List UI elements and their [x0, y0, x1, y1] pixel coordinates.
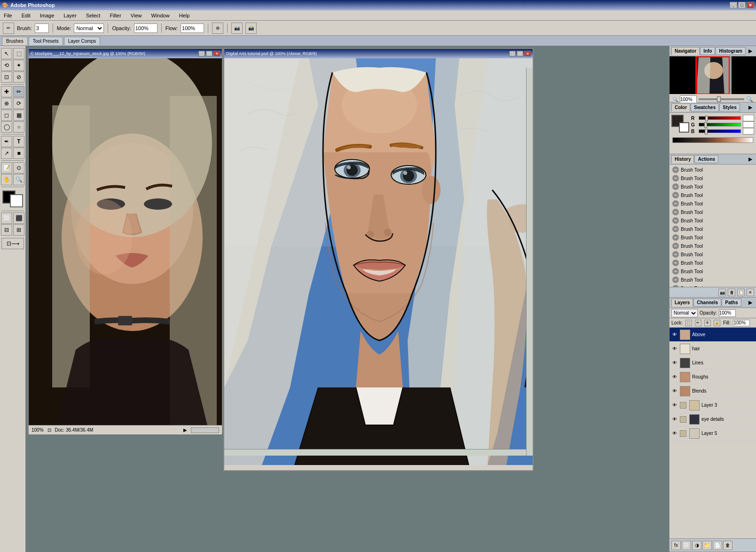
- layers-expand-btn[interactable]: ▶: [748, 300, 754, 306]
- bg-color-swatch[interactable]: [679, 122, 689, 133]
- red-value-input[interactable]: 39: [743, 115, 754, 121]
- nav-slider-thumb[interactable]: [717, 96, 721, 102]
- tab-swatches[interactable]: Swatches: [691, 103, 719, 111]
- full-screen-btn[interactable]: ⊞: [13, 224, 24, 236]
- layer-item-lines[interactable]: 👁 Lines: [669, 356, 756, 370]
- slice-tool-btn[interactable]: ⊘: [13, 71, 24, 83]
- history-item[interactable]: ✏ Brush Tool: [670, 166, 755, 174]
- history-item[interactable]: ✏ Brush Tool: [670, 216, 755, 225]
- layer-visibility-eyedetails[interactable]: 👁: [671, 416, 678, 423]
- history-new-btn[interactable]: 📷: [718, 289, 726, 296]
- tab-styles[interactable]: Styles: [719, 103, 740, 111]
- layer-adjustment-btn[interactable]: ◑: [692, 541, 701, 550]
- move-tool-btn[interactable]: ↖: [1, 48, 12, 59]
- red-slider-thumb[interactable]: [705, 116, 708, 121]
- menu-filter[interactable]: Filter: [108, 12, 123, 19]
- minimize-button[interactable]: _: [730, 2, 737, 8]
- blue-value-input[interactable]: 35: [743, 128, 754, 134]
- lock-image-btn[interactable]: ✏: [695, 320, 701, 326]
- menu-edit[interactable]: Edit: [20, 12, 32, 19]
- layer-item-eyedetails[interactable]: 👁 eye details: [669, 412, 756, 426]
- clone-btn[interactable]: ⊕: [1, 98, 12, 109]
- menu-layer[interactable]: Layer: [62, 12, 79, 19]
- brush-btn[interactable]: ✏: [13, 86, 24, 97]
- ref-expand-btn[interactable]: ⊡: [47, 427, 51, 433]
- art-restore-btn[interactable]: □: [517, 51, 523, 56]
- pen-btn[interactable]: ✒: [1, 136, 12, 147]
- brush-size-input[interactable]: [35, 24, 49, 33]
- history-item[interactable]: ✏ Brush Tool: [670, 267, 755, 276]
- tab-history[interactable]: History: [671, 155, 694, 163]
- layer-item-layer3[interactable]: 👁 Layer 3: [669, 398, 756, 412]
- layer-visibility-above[interactable]: 👁: [671, 331, 678, 338]
- layer-item-above[interactable]: 👁 Above: [669, 328, 756, 342]
- color-gradient-bar[interactable]: [672, 137, 753, 143]
- zoom-out-icon[interactable]: 🔍: [672, 97, 678, 102]
- layer-fx-btn[interactable]: fx: [671, 541, 681, 550]
- fill-input[interactable]: [733, 320, 750, 326]
- menu-window[interactable]: Window: [150, 12, 172, 19]
- eyedropper-btn[interactable]: ⊙: [13, 162, 24, 173]
- flow-input[interactable]: [181, 24, 204, 33]
- standard-mode-btn[interactable]: ⬜: [1, 213, 12, 224]
- zoom-btn[interactable]: 🔍: [13, 174, 24, 185]
- nav-zoom-slider[interactable]: [699, 98, 744, 100]
- tab-layer-comps[interactable]: Layer Comps: [64, 37, 100, 45]
- color-expand-btn[interactable]: ▶: [748, 105, 754, 110]
- dodge-btn[interactable]: ○: [13, 121, 24, 133]
- mode-select[interactable]: Normal Dissolve Multiply Screen: [74, 24, 104, 33]
- art-minimize-btn[interactable]: _: [509, 51, 516, 56]
- type-btn[interactable]: T: [13, 136, 24, 147]
- history-item[interactable]: ✏ Brush Tool: [670, 208, 755, 216]
- tab-paths[interactable]: Paths: [722, 299, 741, 307]
- history-expand-btn[interactable]: ▶: [748, 157, 754, 162]
- layer-mask-btn[interactable]: ⬜: [682, 541, 691, 550]
- lock-all-btn[interactable]: 🔒: [714, 320, 720, 326]
- green-value-input[interactable]: 33: [743, 121, 754, 128]
- tab-info[interactable]: Info: [700, 47, 715, 55]
- blur-btn[interactable]: ◯: [1, 121, 12, 133]
- opacity-input[interactable]: [134, 24, 158, 33]
- history-item[interactable]: ✏ Brush Tool: [670, 225, 755, 233]
- magic-wand-btn[interactable]: ✦: [13, 60, 24, 71]
- layer-item-roughs[interactable]: 👁 Roughs: [669, 370, 756, 384]
- notes-btn[interactable]: 📝: [1, 162, 12, 173]
- tab-layers[interactable]: Layers: [671, 299, 693, 307]
- path-select-btn[interactable]: ↗: [1, 148, 12, 159]
- history-item[interactable]: ✏ Brush Tool: [670, 199, 755, 208]
- history-brush-btn[interactable]: ⟳: [13, 98, 24, 109]
- green-slider-thumb[interactable]: [704, 122, 707, 128]
- menu-file[interactable]: File: [2, 12, 14, 19]
- history-trash-btn[interactable]: ✕: [747, 289, 754, 296]
- jump-to-btn[interactable]: ⊡⟶: [1, 238, 24, 249]
- restore-button[interactable]: □: [738, 2, 746, 8]
- marquee-tool-btn[interactable]: ⬚: [13, 48, 24, 59]
- tab-histogram[interactable]: Histogram: [716, 47, 745, 55]
- layer-item-layer5[interactable]: 👁 Layer 5: [669, 426, 756, 441]
- history-item[interactable]: ✏ Brush Tool: [670, 250, 755, 259]
- close-button[interactable]: ✕: [747, 2, 754, 8]
- navigator-expand-btn[interactable]: ▶: [748, 48, 754, 54]
- nav-zoom-input[interactable]: [680, 95, 697, 103]
- history-item[interactable]: ✏ Brush Tool: [670, 191, 755, 199]
- green-slider-track[interactable]: [699, 123, 741, 126]
- ref-minimize-btn[interactable]: _: [198, 51, 205, 56]
- ref-close-btn[interactable]: ✕: [213, 51, 220, 56]
- layer-visibility-layer3[interactable]: 👁: [671, 402, 678, 409]
- shape-btn[interactable]: ■: [13, 148, 24, 159]
- history-item[interactable]: ✏ Brush Tool: [670, 233, 755, 242]
- zoom-in-icon[interactable]: 🔍: [746, 96, 753, 103]
- layer-visibility-hair[interactable]: 👁: [671, 346, 678, 352]
- quick-mask-btn[interactable]: ⬛: [13, 213, 24, 224]
- history-create-btn[interactable]: 📋: [737, 289, 745, 296]
- menu-select[interactable]: Select: [84, 12, 102, 19]
- tab-channels[interactable]: Channels: [693, 299, 721, 307]
- opacity-input[interactable]: [719, 309, 736, 317]
- healing-btn[interactable]: ✚: [1, 86, 12, 97]
- background-color[interactable]: [10, 194, 23, 207]
- red-slider-track[interactable]: [699, 116, 741, 120]
- history-item[interactable]: ✏ Brush Tool: [670, 259, 755, 267]
- layer-visibility-layer5[interactable]: 👁: [671, 430, 678, 437]
- ref-restore-btn[interactable]: □: [206, 51, 213, 56]
- tab-navigator[interactable]: Navigator: [671, 47, 700, 55]
